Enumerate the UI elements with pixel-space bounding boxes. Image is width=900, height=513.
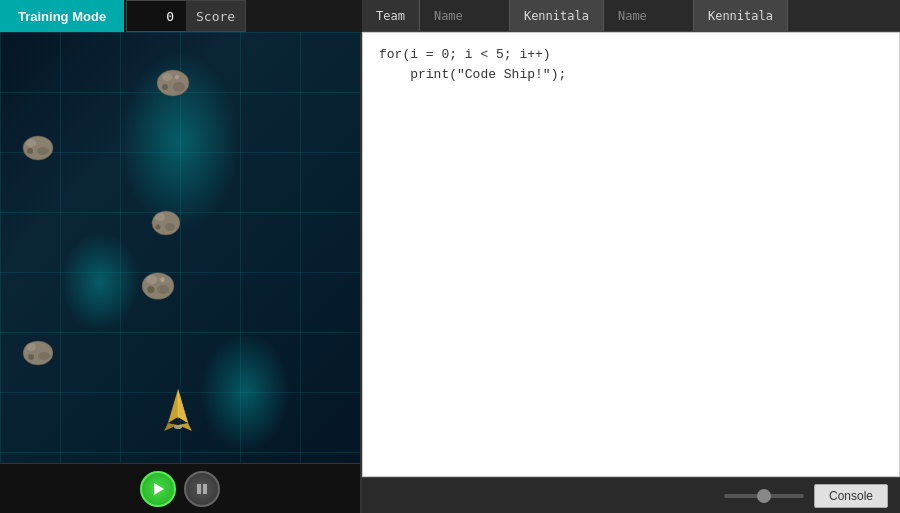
svg-point-1 [162,73,172,81]
svg-point-20 [160,278,164,282]
play-button[interactable] [140,471,176,507]
team-name-field-2[interactable]: Name [604,0,694,31]
spaceship [164,387,192,427]
svg-marker-28 [178,389,188,423]
game-panel [0,32,362,513]
stop-icon [195,482,209,496]
svg-marker-33 [154,483,164,495]
asteroid-2 [20,132,56,164]
svg-point-8 [37,147,49,155]
game-controls [0,463,360,513]
speed-slider-track[interactable] [724,494,804,498]
svg-point-3 [162,84,168,90]
main-content: for(i = 0; i < 5; i++) print("Code Ship!… [0,32,900,513]
svg-point-9 [27,148,33,154]
speed-slider-thumb[interactable] [757,489,771,503]
code-bottom-bar: Console [362,477,900,513]
play-icon [151,482,165,496]
svg-rect-34 [197,484,201,494]
game-grid [0,32,360,463]
team-kennitala-field-2[interactable]: Kennitala [694,0,788,31]
code-content[interactable]: for(i = 0; i < 5; i++) print("Code Ship!… [363,33,899,96]
svg-rect-35 [203,484,207,494]
team-label: Team [362,0,420,31]
top-row: Training Mode 0 Score Team Name Kennital… [0,0,900,32]
svg-point-4 [175,75,179,79]
slider-container [724,494,804,498]
svg-point-7 [26,139,36,147]
svg-point-2 [173,82,185,92]
team-bar: Team Name Kennitala Name Kennitala [362,0,900,32]
team-name-field-1[interactable]: Name [420,0,510,31]
score-label: Score [186,1,245,31]
stop-button[interactable] [184,471,220,507]
training-mode-button[interactable]: Training Mode [0,0,124,32]
score-area: 0 Score [126,0,246,32]
score-value: 0 [127,9,186,24]
svg-point-19 [147,286,154,293]
nebula-2 [60,232,140,332]
asteroid-1 [155,67,191,99]
asteroid-4 [140,270,176,302]
console-button[interactable]: Console [814,484,888,508]
svg-point-24 [38,352,50,360]
svg-point-18 [157,285,169,294]
svg-point-25 [28,354,34,360]
nebula-3 [200,332,290,452]
asteroid-3 [148,207,184,239]
code-editor[interactable]: for(i = 0; i < 5; i++) print("Code Ship!… [362,32,900,477]
asteroid-5 [20,337,56,369]
svg-point-13 [165,223,175,231]
left-top-bar: Training Mode 0 Score [0,0,362,32]
svg-point-14 [156,225,161,230]
svg-point-17 [146,275,157,284]
code-panel: for(i = 0; i < 5; i++) print("Code Ship!… [362,32,900,513]
team-kennitala-field-1[interactable]: Kennitala [510,0,604,31]
svg-point-32 [174,425,182,429]
